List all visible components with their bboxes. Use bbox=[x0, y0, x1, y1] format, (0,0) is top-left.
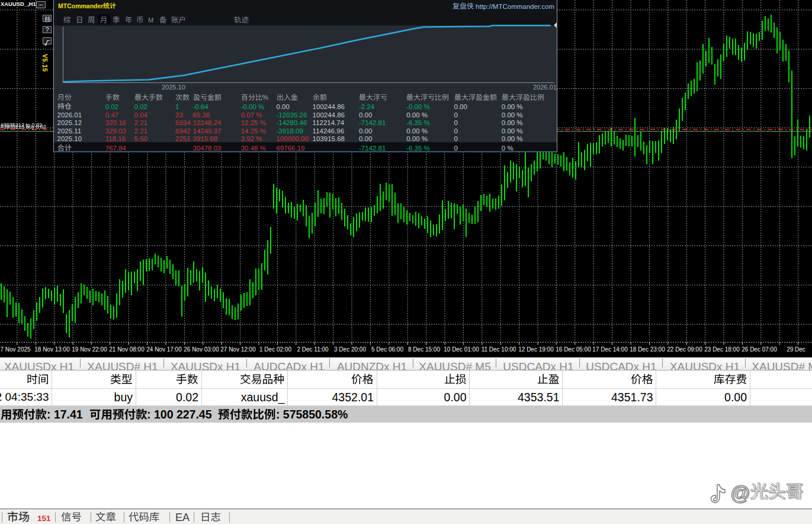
svg-text:@: @ bbox=[730, 482, 750, 504]
